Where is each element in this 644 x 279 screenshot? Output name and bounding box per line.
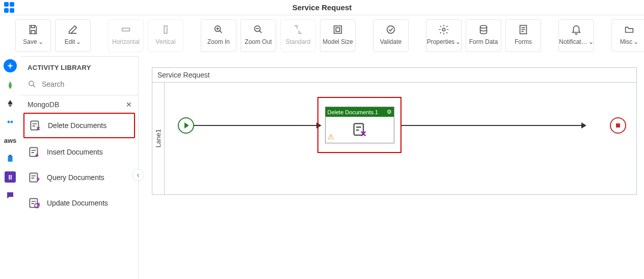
node-title: Delete Documents.1 (328, 109, 379, 115)
activity-library-sidebar: ACTIVITY LIBRARY MongoDB ✕ Delete Docume… (20, 56, 139, 279)
svg-point-11 (29, 81, 34, 86)
form-data-button[interactable]: Form Data (466, 19, 501, 52)
svg-point-5 (387, 26, 395, 34)
edit-label: Edit (65, 38, 75, 45)
validate-button[interactable]: Validate (373, 19, 409, 52)
activity-delete-documents[interactable]: Delete Documents (23, 113, 135, 138)
vertical-label: Vertical (155, 38, 175, 45)
save-button[interactable]: Save⌄ (15, 19, 51, 52)
sequence-flow[interactable] (194, 125, 317, 126)
process-canvas[interactable]: Service Request Lane1 Delete Docume (139, 56, 644, 279)
properties-label: Properties (427, 38, 455, 45)
svg-rect-4 (334, 26, 342, 34)
activity-label: Insert Documents (47, 148, 103, 156)
chat-icon[interactable] (5, 190, 16, 201)
horizontal-label: Horizontal (112, 38, 140, 45)
vertical-button: Vertical (148, 19, 183, 52)
chevron-down-icon: ⌄ (633, 38, 638, 45)
clipboard-icon[interactable] (5, 153, 16, 164)
svg-rect-10 (9, 155, 12, 157)
icon-rail: + aws II (0, 56, 20, 279)
integration-icon[interactable] (5, 116, 16, 128)
misc-button[interactable]: Misc⌄ (611, 19, 644, 52)
group-label: MongoDB (28, 100, 59, 109)
ii-icon[interactable]: II (5, 171, 16, 183)
process-container: Service Request Lane1 Delete Docume (152, 67, 637, 195)
ethereum-icon[interactable] (5, 98, 16, 109)
toolbar: Save⌄ Edit⌄ Horizontal Vertical Zoom In … (0, 15, 644, 56)
svg-rect-16 (354, 123, 363, 135)
notifications-button[interactable]: Notificat…⌄ (558, 19, 594, 52)
sidebar-title: ACTIVITY LIBRARY (20, 57, 138, 77)
edit-button[interactable]: Edit⌄ (55, 19, 91, 52)
add-button[interactable]: + (4, 59, 17, 72)
zoom-out-label: Zoom Out (245, 38, 272, 45)
arrow-icon (581, 122, 586, 129)
lane-label: Lane1 (154, 129, 162, 147)
standard-button: Standard (280, 19, 316, 52)
activity-label: Delete Documents (48, 121, 106, 130)
zoom-in-button[interactable]: Zoom In (201, 19, 236, 52)
form-data-label: Form Data (469, 38, 498, 45)
svg-point-7 (480, 26, 487, 29)
svg-rect-1 (164, 26, 167, 34)
warning-icon: ⚠ (328, 133, 334, 141)
horizontal-button: Horizontal (108, 19, 144, 52)
svg-rect-14 (30, 173, 37, 182)
chevron-down-icon: ⌄ (455, 38, 461, 45)
delete-documents-node[interactable]: Delete Documents.1 ⚙ ⚠ (325, 107, 394, 143)
svg-rect-0 (122, 28, 130, 31)
mongodb-icon[interactable] (5, 80, 16, 91)
search-icon (28, 80, 37, 89)
properties-button[interactable]: Properties⌄ (426, 19, 462, 52)
lane-header[interactable]: Lane1 (152, 83, 165, 194)
svg-rect-12 (31, 121, 38, 130)
forms-label: Forms (515, 38, 532, 45)
chevron-down-icon: ⌄ (38, 38, 43, 45)
end-node[interactable] (610, 117, 626, 134)
aws-icon[interactable]: aws (5, 135, 16, 146)
activity-label: Query Documents (47, 173, 104, 182)
start-node[interactable] (178, 117, 194, 134)
activity-insert-documents[interactable]: Insert Documents (23, 140, 135, 164)
activity-label: Update Documents (47, 199, 108, 207)
standard-label: Standard (286, 38, 311, 45)
lane-canvas[interactable]: Delete Documents.1 ⚙ ⚠ (165, 83, 636, 194)
zoom-out-button[interactable]: Zoom Out (240, 19, 276, 52)
collapse-sidebar-button[interactable]: ‹ (132, 169, 144, 181)
page-title: Service Request (0, 3, 644, 12)
activity-update-documents[interactable]: Update Documents (23, 191, 135, 215)
misc-label: Misc (620, 38, 633, 45)
activity-node-selection[interactable]: Delete Documents.1 ⚙ ⚠ (317, 97, 401, 153)
delete-documents-icon (351, 121, 368, 139)
chevron-down-icon: ⌄ (588, 38, 594, 45)
sequence-flow[interactable] (401, 125, 582, 126)
svg-point-6 (442, 28, 445, 31)
search-input[interactable] (41, 80, 132, 89)
zoom-in-label: Zoom In (207, 38, 230, 45)
activity-query-documents[interactable]: Query Documents (23, 166, 135, 189)
model-size-label: Model Size (323, 38, 353, 45)
process-title: Service Request (152, 68, 636, 83)
notifications-label: Notificat… (559, 38, 587, 45)
svg-rect-9 (8, 156, 13, 162)
forms-button[interactable]: Forms (505, 19, 541, 52)
close-icon[interactable]: ✕ (126, 100, 132, 109)
activity-group-header: MongoDB ✕ (20, 95, 138, 112)
validate-label: Validate (380, 38, 401, 45)
gear-icon[interactable]: ⚙ (387, 109, 392, 115)
save-label: Save (23, 38, 37, 45)
chevron-down-icon: ⌄ (76, 38, 81, 45)
model-size-button[interactable]: Model Size (320, 19, 356, 52)
